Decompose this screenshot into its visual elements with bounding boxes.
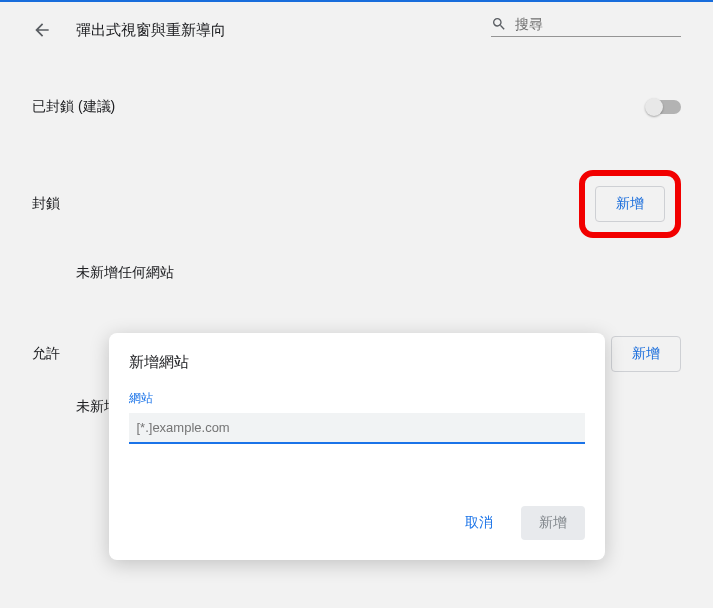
cancel-button[interactable]: 取消 (447, 506, 511, 540)
dialog-actions: 取消 新增 (129, 506, 585, 540)
dialog-title: 新增網站 (129, 353, 585, 372)
dialog-field-label: 網站 (129, 390, 585, 407)
confirm-button[interactable]: 新增 (521, 506, 585, 540)
add-site-dialog: 新增網站 網站 取消 新增 (109, 333, 605, 560)
site-url-input[interactable] (129, 413, 585, 444)
modal-overlay: 新增網站 網站 取消 新增 (0, 0, 713, 608)
